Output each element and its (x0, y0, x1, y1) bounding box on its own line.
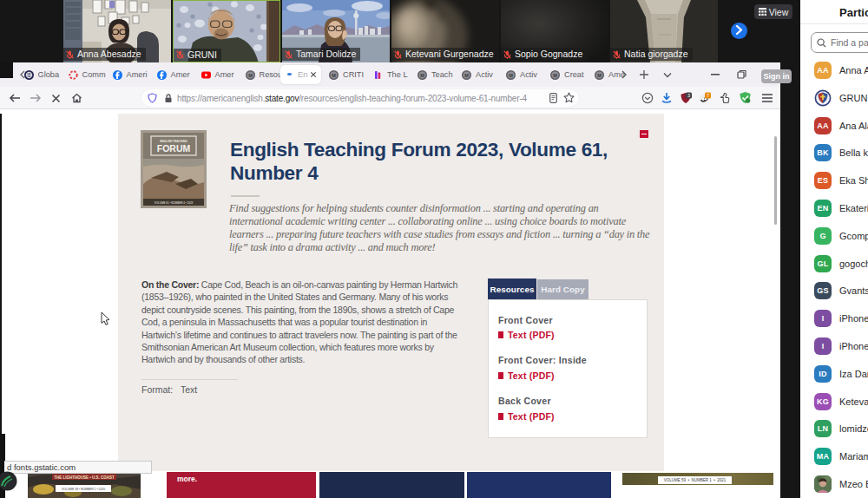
svg-text:VOLUME 58 • NUMBER 2 • 2020: VOLUME 58 • NUMBER 2 • 2020 (62, 488, 105, 491)
svg-text:THE LIGHTHOUSE • U.S. COAST: THE LIGHTHOUSE • U.S. COAST (54, 475, 115, 480)
svg-text:FORUM: FORUM (157, 143, 191, 154)
svg-text:3: 3 (687, 93, 690, 98)
svg-text:M: M (464, 72, 469, 77)
svg-text:M: M (248, 72, 253, 77)
svg-text:ENGLISH TEACHING: ENGLISH TEACHING (160, 140, 187, 143)
svg-text:M: M (597, 72, 602, 77)
svg-text:M: M (332, 72, 336, 77)
svg-text:VOLUME 61 • NUMBER 4 • 2023: VOLUME 61 • NUMBER 4 • 2023 (155, 201, 194, 205)
svg-text:7: 7 (707, 93, 709, 98)
svg-text:M: M (509, 72, 513, 77)
svg-text:M: M (553, 72, 557, 77)
svg-text:M: M (420, 72, 424, 77)
